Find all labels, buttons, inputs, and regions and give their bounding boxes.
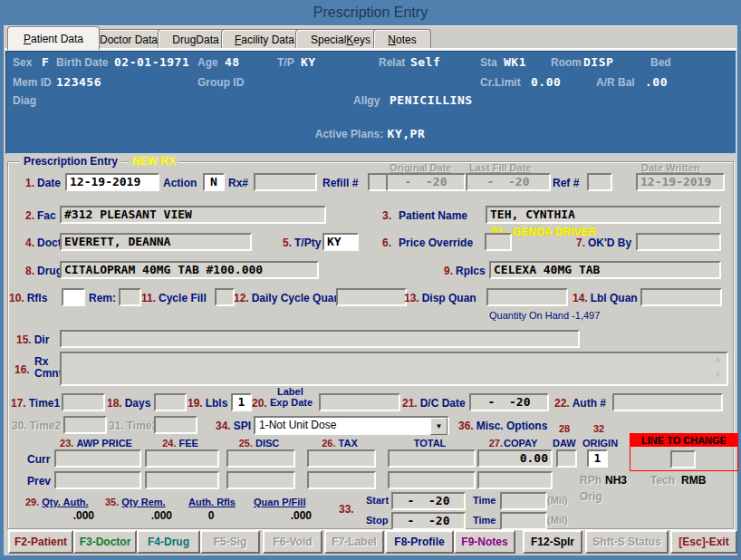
dir-input[interactable]: [60, 330, 580, 348]
dropdown-arrow-icon[interactable]: ▼: [430, 418, 447, 435]
curr-disc-input[interactable]: [226, 449, 295, 468]
f4-drug-button[interactable]: F4-Drug: [137, 530, 200, 554]
rfls-input[interactable]: [62, 288, 85, 306]
start-time-label: Time: [473, 495, 496, 506]
price-override-input[interactable]: [485, 233, 512, 251]
action-input[interactable]: N: [203, 173, 225, 191]
prev-copay-input[interactable]: [477, 471, 553, 489]
f7-label-button[interactable]: F7-Label: [324, 530, 384, 554]
prev-total-input[interactable]: [388, 471, 476, 489]
dir-label: 15.Dir: [16, 333, 49, 346]
curr-awp-input[interactable]: [54, 449, 141, 468]
date-written-input[interactable]: 12-19-2019: [636, 173, 725, 191]
sex-label: Sex: [13, 56, 32, 69]
rem-label: Rem:: [89, 292, 116, 304]
tp-label: T/P: [277, 56, 294, 69]
stop-time-input[interactable]: [500, 512, 547, 530]
allgy-label: Allgy: [353, 94, 380, 107]
prev-disc-input[interactable]: [226, 471, 295, 489]
fee-header: 24.FEE: [145, 438, 216, 449]
daily-cycle-quan-input[interactable]: [336, 288, 407, 306]
fac-input[interactable]: #312 PLEASANT VIEW: [60, 206, 326, 224]
tpty-input[interactable]: KY: [322, 233, 359, 251]
relat-label: Relat: [379, 56, 405, 69]
f3-doctor-button[interactable]: F3-Doctor: [73, 530, 137, 554]
dc-date-input[interactable]: - -20: [469, 393, 549, 411]
shft-s-status-button[interactable]: Shft-S Status: [585, 530, 669, 554]
allgy-value: PENICILLINS: [390, 93, 473, 107]
ref-number-input[interactable]: [587, 173, 612, 191]
patient-name-input[interactable]: TEH, CYNTHIA: [486, 206, 721, 224]
scroll-down-icon[interactable]: ∨: [715, 371, 721, 379]
origin-input[interactable]: 1: [587, 449, 608, 468]
qty-rem-value: .000: [121, 509, 172, 522]
date-written-label: Date Written: [641, 162, 700, 173]
doct-input[interactable]: EVERETT, DEANNA: [60, 233, 252, 251]
f12-splr-button[interactable]: F12-Splr: [523, 530, 582, 554]
qty-auth-label: 29.Qty. Auth.: [25, 497, 89, 507]
auth-number-input[interactable]: [612, 393, 723, 411]
f5-sig-button[interactable]: F5-Sig: [200, 530, 260, 554]
spi-label: 34.SPI: [216, 420, 251, 432]
original-date-input[interactable]: - -20: [386, 173, 466, 191]
rx-number-input[interactable]: [254, 173, 317, 191]
tab-special-keys[interactable]: Special Keys: [295, 29, 386, 49]
time2-input[interactable]: [63, 416, 107, 434]
stop-date-input[interactable]: - -20: [391, 512, 466, 530]
line-to-change-input[interactable]: [670, 450, 696, 468]
prev-awp-input[interactable]: [54, 471, 141, 489]
curr-total-input[interactable]: [388, 449, 476, 468]
time1-label: 17.Time1: [11, 397, 60, 410]
tab-patient-data[interactable]: Patient Data: [7, 26, 100, 50]
f8-profile-button[interactable]: F8-Profile: [385, 530, 454, 554]
f9-notes-button[interactable]: F9-Notes: [454, 530, 515, 554]
curr-fee-input[interactable]: [145, 449, 219, 468]
esc-exit-button[interactable]: [Esc]-Exit: [670, 530, 737, 554]
rx-cmnts-textarea[interactable]: [60, 352, 728, 386]
daw-input[interactable]: [556, 449, 577, 468]
disc-header: 25.DISC: [226, 438, 292, 449]
bed-label: Bed: [650, 56, 671, 69]
prev-tax-input[interactable]: [307, 471, 376, 489]
qty-rem-label: 35.Qty Rem.: [105, 497, 166, 507]
time1-input[interactable]: [62, 393, 105, 411]
auth-number-label: 22.Auth #: [554, 397, 606, 410]
group-id-label: Group ID: [197, 76, 244, 89]
days-input[interactable]: [154, 393, 187, 411]
tab-strip-edge: [5, 48, 736, 51]
start-mil-label: (Mil): [547, 495, 568, 506]
okd-by-input[interactable]: [636, 233, 721, 251]
prev-fee-input[interactable]: [145, 471, 219, 489]
lbls-label: 19.Lbls: [188, 397, 227, 410]
date-input[interactable]: 12-19-2019: [65, 173, 159, 191]
start-date-input[interactable]: - -20: [391, 492, 466, 510]
tpty-label: 5.T/Pty: [283, 237, 321, 249]
lbls-input[interactable]: 1: [231, 393, 252, 411]
qty-auth-value: .000: [42, 509, 94, 522]
rplcs-input[interactable]: CELEXA 40MG TAB: [489, 261, 721, 279]
curr-copay-input[interactable]: 0.00: [477, 449, 553, 468]
prescription-entry-window: Prescription Entry Patient Data Doctor D…: [0, 0, 741, 560]
room-value: DISP: [583, 55, 613, 69]
last-fill-date-input[interactable]: - -20: [466, 173, 551, 191]
sta-label: Sta: [480, 56, 497, 69]
label-exp-date-input[interactable]: [319, 393, 400, 411]
cr-limit-value: 0.00: [531, 75, 561, 89]
curr-tax-input[interactable]: [307, 449, 376, 468]
f2-patient-button[interactable]: F2-Patient: [8, 530, 73, 554]
mem-id-value: 123456: [56, 75, 101, 89]
active-plans-value: KY,PR: [388, 127, 426, 140]
disp-quan-input[interactable]: [486, 288, 568, 306]
lbl-quan-input[interactable]: [640, 288, 722, 306]
drug-input[interactable]: CITALOPRAM 40MG TAB #100.000: [60, 261, 319, 279]
tab-notes[interactable]: Notes: [373, 29, 431, 49]
f6-void-button[interactable]: F6-Void: [263, 530, 322, 554]
cycle-fill-input[interactable]: [215, 288, 235, 306]
scroll-up-icon[interactable]: ∧: [715, 356, 721, 364]
active-plans: Active Plans: KY,PR: [5, 125, 735, 141]
groupbox-title-text: Prescription Entry: [20, 155, 121, 168]
start-time-input[interactable]: [500, 492, 547, 510]
rem-input[interactable]: [119, 288, 141, 306]
spi-dropdown[interactable]: 1-Not Unit Dose ▼: [254, 416, 449, 435]
time3-input[interactable]: [154, 416, 197, 434]
